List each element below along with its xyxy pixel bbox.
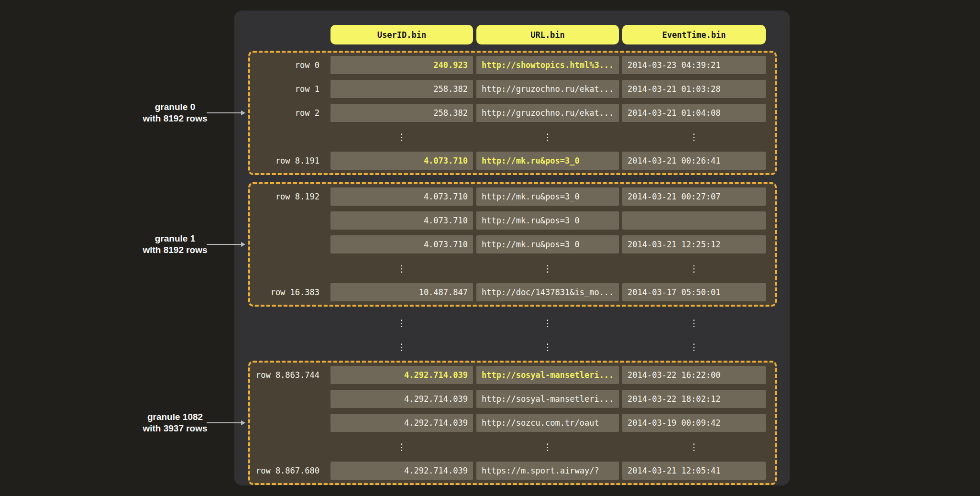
userid-cell: 4.073.710 xyxy=(330,211,473,230)
granule-side-label-line1: granule 1082 xyxy=(113,411,237,423)
userid-cell: 258.382 xyxy=(330,80,473,98)
diagram-canvas: { "colors": { "page_bg": "#201f1c", "pan… xyxy=(0,0,980,496)
eventtime-cell xyxy=(622,211,766,230)
granule-box-1: row 8.1924.073.710http://mk.ru&pos=3_020… xyxy=(248,182,777,307)
granule-box-2: row 8.863.7444.292.714.039http://sosyal-… xyxy=(248,361,777,485)
url-cell: http://sosyal-mansetleri... xyxy=(476,390,619,408)
granule-row: row 8.1924.073.710http://mk.ru&pos=3_020… xyxy=(254,187,771,206)
granule-row: row 1258.382http://gruzochno.ru/ekat...2… xyxy=(254,80,771,98)
userid-cell: 240.923 xyxy=(330,56,473,74)
row-index-label: row 0 xyxy=(254,60,327,70)
granule-side-label-line2: with 3937 rows xyxy=(113,423,237,434)
ellipsis-marker: ⋮ xyxy=(330,438,473,456)
url-cell: http://mk.ru&pos=3_0 xyxy=(476,235,619,254)
granule-row: row 2258.382http://gruzochno.ru/ekat...2… xyxy=(254,104,771,122)
column-headers-row: UserID.bin URL.bin EventTime.bin xyxy=(254,25,777,44)
userid-cell: 258.382 xyxy=(330,104,473,122)
granule-pointer-arrow-2 xyxy=(207,422,241,423)
column-header-userid-bin: UserID.bin xyxy=(330,25,473,44)
url-cell: http://showtopics.html%3... xyxy=(476,56,619,74)
granule-row: 4.292.714.039http://sozcu.com.tr/oaut201… xyxy=(254,414,771,432)
url-cell: http://mk.ru&pos=3_0 xyxy=(476,211,619,230)
granule-pointer-arrow-1 xyxy=(207,244,241,245)
ellipsis-marker: ⋮ xyxy=(622,338,766,356)
eventtime-cell: 2014-03-19 00:09:42 xyxy=(622,414,766,432)
arrow-head-icon xyxy=(241,420,245,425)
arrow-head-icon xyxy=(241,110,245,115)
row-index-label: row 8.863.744 xyxy=(254,370,327,380)
url-cell: http://mk.ru&pos=3_0 xyxy=(476,152,619,170)
ellipsis-marker: ⋮ xyxy=(622,438,766,456)
granule-side-label-line1: granule 1 xyxy=(113,233,237,244)
ellipsis-marker: ⋮ xyxy=(476,438,619,456)
userid-cell: 4.073.710 xyxy=(330,235,473,254)
granule-row: 4.292.714.039http://sosyal-mansetleri...… xyxy=(254,390,771,408)
ellipsis-marker: ⋮ xyxy=(622,314,766,332)
ellipsis-row: ⋮⋮⋮ xyxy=(254,259,771,277)
userid-cell: 4.292.714.039 xyxy=(330,462,473,480)
arrow-head-icon xyxy=(241,242,245,247)
ellipsis-marker: ⋮ xyxy=(476,128,619,146)
granule-row: 4.073.710http://mk.ru&pos=3_02014-03-21 … xyxy=(254,235,771,254)
userid-cell: 4.292.714.039 xyxy=(330,390,473,408)
ellipsis-marker: ⋮ xyxy=(476,314,619,332)
column-header-eventtime-bin: EventTime.bin xyxy=(622,25,766,44)
ellipsis-row: ⋮⋮⋮ xyxy=(254,338,777,355)
eventtime-cell: 2014-03-21 00:27:07 xyxy=(622,187,766,206)
granule-area: row 0240.923http://showtopics.html%3...2… xyxy=(234,51,790,485)
userid-cell: 4.073.710 xyxy=(330,187,473,206)
userid-cell: 10.487.847 xyxy=(330,283,473,301)
eventtime-cell: 2014-03-21 01:04:08 xyxy=(622,104,766,122)
ellipsis-marker: ⋮ xyxy=(476,338,619,356)
row-index-label: row 8.191 xyxy=(254,156,327,165)
granule-pointer-arrow-0 xyxy=(207,112,241,113)
eventtime-cell: 2014-03-21 12:05:41 xyxy=(622,462,766,480)
granule-side-label-line2: with 8192 rows xyxy=(113,244,237,256)
ellipsis-marker: ⋮ xyxy=(330,259,473,277)
row-index-label: row 8.867.680 xyxy=(254,466,327,475)
granule-row: row 8.867.6804.292.714.039https://m.spor… xyxy=(254,462,771,480)
eventtime-cell: 2014-03-22 18:02:12 xyxy=(622,390,766,408)
collapsed-granules-section: ⋮⋮⋮⋮⋮⋮ xyxy=(254,314,777,355)
ellipsis-marker: ⋮ xyxy=(330,314,473,332)
url-cell: http://gruzochno.ru/ekat... xyxy=(476,104,619,122)
ellipsis-row: ⋮⋮⋮ xyxy=(254,128,771,146)
eventtime-cell: 2014-03-21 00:26:41 xyxy=(622,152,766,170)
eventtime-cell: 2014-03-17 05:50:01 xyxy=(622,283,766,301)
row-index-label: row 1 xyxy=(254,84,327,94)
eventtime-cell: 2014-03-23 04:39:21 xyxy=(622,56,766,74)
ellipsis-row: ⋮⋮⋮ xyxy=(254,438,771,456)
ellipsis-marker: ⋮ xyxy=(622,128,766,146)
userid-cell: 4.292.714.039 xyxy=(330,414,473,432)
granule-row: row 16.38310.487.847http://doc/1437831&i… xyxy=(254,283,771,301)
row-index-label: row 8.192 xyxy=(254,192,327,201)
granule-side-label-line2: with 8192 rows xyxy=(113,113,237,124)
granule-row: row 0240.923http://showtopics.html%3...2… xyxy=(254,56,771,74)
ellipsis-marker: ⋮ xyxy=(476,259,619,277)
url-cell: http://doc/1437831&is_mo... xyxy=(476,283,619,301)
ellipsis-marker: ⋮ xyxy=(330,128,473,146)
eventtime-cell: 2014-03-21 01:03:28 xyxy=(622,80,766,98)
userid-cell: 4.073.710 xyxy=(330,152,473,170)
url-cell: http://sozcu.com.tr/oaut xyxy=(476,414,619,432)
granules-diagram-panel: UserID.bin URL.bin EventTime.bin row 024… xyxy=(234,11,790,485)
granule-side-label-line1: granule 0 xyxy=(113,101,237,113)
column-header-url-bin: URL.bin xyxy=(476,25,619,44)
url-cell: http://mk.ru&pos=3_0 xyxy=(476,187,619,206)
granule-box-0: row 0240.923http://showtopics.html%3...2… xyxy=(248,51,777,175)
url-cell: https://m.sport.airway/? xyxy=(476,462,619,480)
ellipsis-row: ⋮⋮⋮ xyxy=(254,314,777,331)
row-index-label: row 16.383 xyxy=(254,287,327,297)
ellipsis-marker: ⋮ xyxy=(622,259,766,277)
userid-cell: 4.292.714.039 xyxy=(330,366,473,384)
url-cell: http://gruzochno.ru/ekat... xyxy=(476,80,619,98)
eventtime-cell: 2014-03-21 12:25:12 xyxy=(622,235,766,254)
granule-row: row 8.863.7444.292.714.039http://sosyal-… xyxy=(254,366,771,384)
granule-row: 4.073.710http://mk.ru&pos=3_0 xyxy=(254,211,771,230)
ellipsis-marker: ⋮ xyxy=(330,338,473,356)
granule-row: row 8.1914.073.710http://mk.ru&pos=3_020… xyxy=(254,152,771,170)
eventtime-cell: 2014-03-22 16:22:00 xyxy=(622,366,766,384)
url-cell: http://sosyal-mansetleri... xyxy=(476,366,619,384)
row-index-label: row 2 xyxy=(254,108,327,118)
